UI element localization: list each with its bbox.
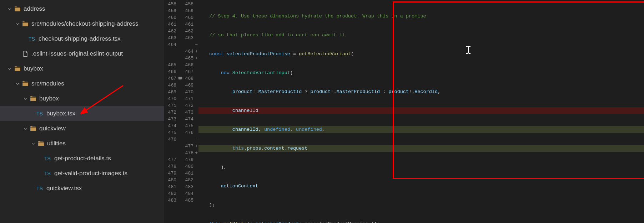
folder-label: quickview [39,125,66,132]
file-eslint-output[interactable]: .eslint-issues-original.eslint-output [0,46,164,61]
folder-label: src/modules [31,80,64,87]
folder-quickview[interactable]: quickview [0,121,164,136]
diff-editor[interactable]: 4584594604614624634644654664674684694704… [164,0,644,223]
ts-icon: TS [44,156,51,161]
file-get-product-details[interactable]: TS get-product-details.ts [0,151,164,166]
chevron-down-icon [14,21,21,27]
folder-label: src/modules/checkout-shipping-address [31,20,139,27]
folder-icon [30,125,36,132]
chevron-down-icon [22,125,29,132]
code-text: // Step 4. Use these dimensions hydrate … [209,14,426,19]
folder-utilities[interactable]: utilities [0,136,164,151]
chevron-down-icon [6,66,13,72]
gutter-modified: 458459460461462463−464+465+4664674684694… [181,0,198,223]
gutter-original: 4584594604614624634644654664674684694704… [164,0,181,223]
code-area[interactable]: // Step 4. Use these dimensions hydrate … [198,0,644,223]
chevron-down-icon [6,6,13,12]
folder-icon [30,95,36,102]
folder-icon [22,81,29,87]
folder-label: utilities [47,140,66,147]
ts-icon: TS [36,111,44,116]
file-label: get-product-details.ts [54,155,111,162]
chevron-down-icon [14,81,21,87]
folder-label: buybox [24,65,43,72]
file-label: quickview.tsx [46,185,82,192]
file-checkout-tsx[interactable]: TS checkout-shipping-address.tsx [0,31,164,46]
folder-src-modules[interactable]: src/modules [0,76,164,91]
folder-icon [38,140,44,147]
file-quickview-tsx[interactable]: TS quickview.tsx [0,181,164,196]
file-label: get-valid-product-images.ts [54,170,127,177]
chevron-down-icon [22,95,29,102]
ts-icon: TS [44,171,51,176]
folder-buybox-root[interactable]: buybox [0,61,164,76]
file-explorer[interactable]: address src/modules/checkout-shipping-ad… [0,0,164,223]
folder-address[interactable]: address [0,1,164,16]
folder-address-src[interactable]: src/modules/checkout-shipping-address [0,16,164,31]
file-get-valid-images[interactable]: TS get-valid-product-images.ts [0,166,164,181]
folder-buybox-inner[interactable]: buybox [0,91,164,106]
folder-icon [22,21,29,27]
folder-icon [14,6,21,12]
folder-label: buybox [39,95,59,102]
file-label: checkout-shipping-address.tsx [39,35,121,42]
folder-label: address [24,5,45,12]
code-text: // so that places like add to cart can a… [209,32,345,38]
ts-icon: TS [36,186,44,191]
file-icon [22,51,29,57]
file-buybox-tsx[interactable]: TS buybox.tsx [0,106,164,121]
chevron-down-icon [30,140,36,147]
folder-icon [14,66,21,72]
file-label: .eslint-issues-original.eslint-output [31,50,123,57]
ts-icon: TS [29,36,36,42]
file-label: buybox.tsx [46,110,75,117]
